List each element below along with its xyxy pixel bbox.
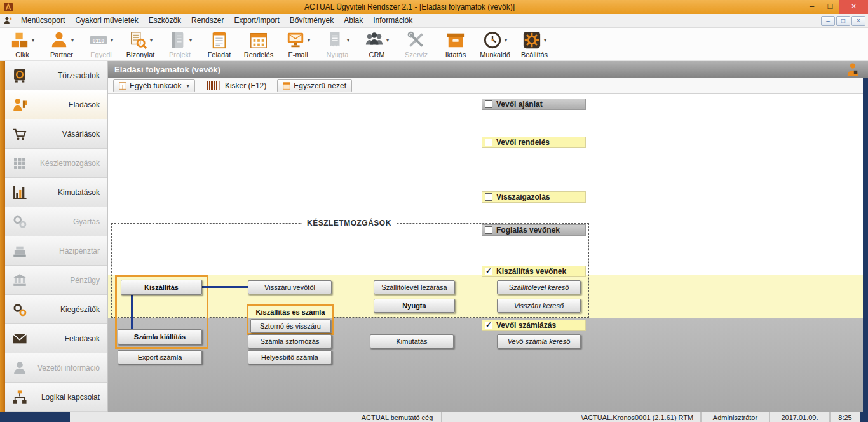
visszaigazolas-checkbox[interactable] bbox=[485, 193, 492, 201]
checkbox-row-visszaigazolas: Visszaigazolás bbox=[482, 191, 586, 203]
checkbox-label: Kiszállítás vevőnek bbox=[496, 267, 566, 276]
sidebar-item-kimutatasok[interactable]: Kimutatások bbox=[5, 178, 107, 207]
toolbar-item-label: Szerviz bbox=[405, 51, 428, 58]
checkbox-row-foglalas-vevonek: Foglalás vevőnek bbox=[482, 224, 586, 236]
menu-item-rendszer[interactable]: Rendszer bbox=[186, 14, 229, 27]
sidebar-item-vasarlasok[interactable]: Vásárlások bbox=[5, 119, 107, 149]
visszaru-kereso-button[interactable]: Visszáru kereső bbox=[497, 299, 581, 313]
toolbar-item-label: CRM bbox=[369, 51, 384, 58]
checkbox-row-vevoi-szamlazas: Vevői számlázás bbox=[482, 320, 586, 331]
customer-person-icon[interactable] bbox=[846, 62, 859, 76]
sidebar-item-label: Kimutatások bbox=[28, 188, 100, 197]
szallitolevel-lezarasa-button[interactable]: Szállítólevél lezárása bbox=[374, 280, 455, 294]
other-functions-label: Egyéb funkciók bbox=[130, 81, 181, 90]
sidebar-item-label: Gyártás bbox=[28, 217, 100, 226]
bar-chart-icon bbox=[11, 184, 28, 201]
toolbar-item-email[interactable]: ▾ E-mail bbox=[278, 28, 318, 58]
toolbar-item-munkaido[interactable]: ▾ Munkaidő bbox=[475, 28, 515, 58]
sidebar-item-feladasok[interactable]: Feladások bbox=[5, 324, 107, 353]
toolbar-item-label: Partner bbox=[50, 51, 73, 58]
dropdown-arrow-icon[interactable]: ▾ bbox=[32, 37, 35, 43]
maximize-button[interactable]: □ bbox=[821, 0, 839, 14]
gears-icon bbox=[11, 214, 28, 230]
toolbar-item-partner[interactable]: ▾ Partner bbox=[42, 28, 81, 58]
other-functions-button[interactable]: Egyéb funkciók ▾ bbox=[113, 79, 195, 92]
sidebar-item-eladasok[interactable]: Eladások bbox=[5, 90, 107, 119]
sales-flow-canvas: KÉSZLETMOZGÁSOK Vevői ajánlat Vevői rend… bbox=[108, 94, 868, 412]
checkbox-label: Vevői rendelés bbox=[496, 138, 550, 147]
menu-item-menucsoport[interactable]: Menücsoport bbox=[16, 14, 70, 27]
app-window: ACTUAL Ügyviteli Rendszer 2.1 - [Eladási… bbox=[0, 0, 868, 422]
minimize-button[interactable]: – bbox=[803, 0, 821, 14]
mdi-restore-button[interactable]: □ bbox=[836, 16, 850, 26]
vevo-szamla-kereso-button[interactable]: Vevő számla kereső bbox=[497, 334, 581, 348]
kiszallitas-button[interactable]: Kiszállítás bbox=[121, 280, 202, 295]
sub-toolbar: Egyéb funkciók ▾ Kisker (F12) Egyszerű n… bbox=[108, 78, 868, 94]
toolbar-item-crm[interactable]: ▾ CRM bbox=[357, 28, 397, 58]
menu-group-icon bbox=[4, 17, 12, 25]
toolbar-item-bizonylat[interactable]: ▾ Bizonylat bbox=[121, 28, 160, 58]
close-button[interactable]: × bbox=[839, 0, 868, 14]
kimutatas-button[interactable]: Kimutatás bbox=[370, 334, 454, 348]
toolbar-item-feladat[interactable]: Feladat bbox=[200, 28, 239, 58]
menu-item-gyakori-muveletek[interactable]: Gyakori műveletek bbox=[70, 14, 143, 27]
sidebar-item-label: Vásárlások bbox=[28, 130, 100, 139]
toolbar-item-projekt: ▾ Projekt bbox=[160, 28, 200, 58]
menu-item-eszkozok[interactable]: Eszközök bbox=[144, 14, 186, 27]
sztorno-es-visszaru-button[interactable]: Sztornó és visszáru bbox=[250, 319, 330, 333]
toolbar-item-cikk[interactable]: ▾ Cikk bbox=[3, 28, 42, 58]
helyesbito-szamla-button[interactable]: Helyesbítő számla bbox=[248, 350, 332, 364]
inventory-grid-icon bbox=[11, 155, 28, 172]
simple-view-button[interactable]: Egyszerű nézet bbox=[277, 79, 352, 92]
mdi-minimize-button[interactable]: – bbox=[821, 16, 835, 26]
sidebar-item-label: Vezetői információ bbox=[28, 364, 100, 372]
dropdown-arrow-icon[interactable]: ▾ bbox=[544, 37, 547, 43]
toolbar-item-iktatas[interactable]: Iktatás bbox=[436, 28, 475, 58]
mdi-close-button[interactable]: × bbox=[851, 16, 865, 26]
toolbar-item-rendeles[interactable]: Rendelés bbox=[239, 28, 278, 58]
right-navy-strip bbox=[863, 78, 868, 412]
toolbar-item-szerviz: Szerviz bbox=[397, 28, 436, 58]
menu-item-export-import[interactable]: Export/import bbox=[229, 14, 284, 27]
szamla-kiallitas-button[interactable]: Számla kiállítás bbox=[118, 329, 202, 344]
dropdown-arrow-icon: ▾ bbox=[189, 37, 193, 43]
functions-grid-icon bbox=[119, 82, 126, 90]
szamla-sztornozas-button[interactable]: Számla sztornózás bbox=[248, 334, 332, 348]
checkbox-label: Vevői ajánlat bbox=[496, 100, 543, 109]
menu-item-bovitmenyek[interactable]: Bővítmények bbox=[285, 14, 339, 27]
kisker-button[interactable]: Kisker (F12) bbox=[201, 79, 271, 92]
export-szamla-button[interactable]: Export számla bbox=[118, 350, 202, 364]
nyugta-button[interactable]: Nyugta bbox=[374, 299, 455, 313]
products-icon bbox=[10, 31, 29, 50]
statusbar: ACTUAL bemutató cég \ACTUAL.Kronos0001 (… bbox=[0, 412, 868, 422]
vevoi-szamlazas-checkbox[interactable] bbox=[485, 322, 492, 329]
toolbar-item-label: Cikk bbox=[15, 51, 29, 58]
sales-person-icon bbox=[11, 97, 28, 113]
main-panel: Eladási folyamatok (vevők) Egyéb funkció… bbox=[108, 61, 868, 412]
sidebar-item-logikai-kapcsolat[interactable]: Logikai kapcsolat bbox=[5, 383, 107, 412]
gray-band bbox=[108, 318, 868, 412]
connector-horizontal bbox=[202, 286, 248, 288]
page-title: Eladási folyamatok (vevők) bbox=[114, 65, 220, 74]
dropdown-arrow-icon[interactable]: ▾ bbox=[308, 37, 311, 43]
sidebar-item-torzsadatok[interactable]: Törzsadatok bbox=[5, 61, 107, 90]
dropdown-arrow-icon[interactable]: ▾ bbox=[505, 37, 508, 43]
sidebar-item-kiegeszitok[interactable]: Kiegészítők bbox=[5, 295, 107, 324]
menu-item-informaciok[interactable]: Információk bbox=[368, 14, 417, 27]
dropdown-arrow-icon[interactable]: ▾ bbox=[150, 37, 153, 43]
sidebar-item-label: Törzsadatok bbox=[28, 71, 100, 80]
kiszallitas-vevonek-checkbox[interactable] bbox=[485, 268, 492, 275]
toolbar-item-label: Projekt bbox=[169, 51, 191, 58]
statusbar-spacer bbox=[442, 412, 574, 422]
szallitolevel-kereso-button[interactable]: Szállítólevél kereső bbox=[497, 280, 581, 294]
menu-item-ablak[interactable]: Ablak bbox=[339, 14, 368, 27]
toolbar-item-beallitas[interactable]: ▾ Beállítás bbox=[515, 28, 554, 58]
archive-icon bbox=[446, 31, 465, 50]
dropdown-arrow-icon[interactable]: ▾ bbox=[71, 37, 74, 43]
dropdown-arrow-icon[interactable]: ▾ bbox=[386, 37, 390, 43]
visszaru-vevotol-button[interactable]: Visszáru vevőtől bbox=[248, 280, 332, 294]
statusbar-user: Adminisztrátor bbox=[701, 412, 770, 422]
sidebar: Törzsadatok Eladások Vásárlások Készletm… bbox=[0, 61, 108, 412]
vevoi-rendeles-checkbox[interactable] bbox=[485, 139, 492, 146]
main-toolbar: ▾ Cikk ▾ Partner 0110 ▾ Egyedi ▾ Bizonyl… bbox=[0, 28, 868, 61]
